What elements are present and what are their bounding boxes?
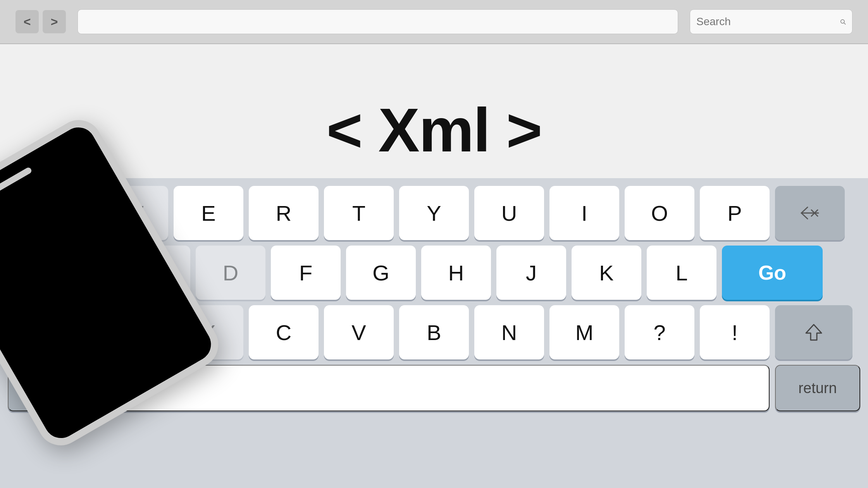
search-icon bbox=[840, 15, 846, 28]
key-j[interactable]: J bbox=[496, 246, 566, 300]
go-button[interactable]: Go bbox=[722, 246, 823, 300]
key-v[interactable]: V bbox=[324, 305, 394, 359]
shift-right-key[interactable] bbox=[775, 305, 852, 359]
search-bar-container bbox=[690, 9, 852, 34]
search-input[interactable] bbox=[696, 15, 835, 28]
key-exclamation[interactable]: ! bbox=[700, 305, 770, 359]
key-p[interactable]: P bbox=[700, 186, 770, 240]
key-m[interactable]: M bbox=[549, 305, 619, 359]
back-button[interactable]: < bbox=[16, 10, 39, 33]
key-return[interactable]: return bbox=[775, 365, 860, 411]
key-h[interactable]: H bbox=[421, 246, 491, 300]
key-n[interactable]: N bbox=[474, 305, 544, 359]
svg-line-1 bbox=[844, 23, 846, 24]
backspace-key[interactable] bbox=[775, 186, 845, 240]
key-g[interactable]: G bbox=[346, 246, 416, 300]
nav-buttons: < > bbox=[16, 10, 66, 33]
key-d[interactable]: D bbox=[196, 246, 265, 300]
main-content: < Xml > Q W E R T Y U I O P bbox=[0, 44, 868, 488]
key-i[interactable]: I bbox=[549, 186, 619, 240]
key-c[interactable]: C bbox=[249, 305, 319, 359]
key-r[interactable]: R bbox=[249, 186, 319, 240]
key-question[interactable]: ? bbox=[625, 305, 694, 359]
key-l[interactable]: L bbox=[647, 246, 716, 300]
key-space[interactable] bbox=[98, 365, 770, 411]
browser-toolbar: < > bbox=[0, 0, 868, 44]
key-t[interactable]: T bbox=[324, 186, 394, 240]
forward-button[interactable]: > bbox=[43, 10, 66, 33]
key-b[interactable]: B bbox=[399, 305, 469, 359]
key-e[interactable]: E bbox=[174, 186, 243, 240]
key-y[interactable]: Y bbox=[399, 186, 469, 240]
key-k[interactable]: K bbox=[572, 246, 641, 300]
key-o[interactable]: O bbox=[625, 186, 694, 240]
url-bar[interactable] bbox=[78, 9, 678, 34]
key-u[interactable]: U bbox=[474, 186, 544, 240]
xml-title: < Xml > bbox=[326, 95, 541, 166]
key-f[interactable]: F bbox=[271, 246, 341, 300]
